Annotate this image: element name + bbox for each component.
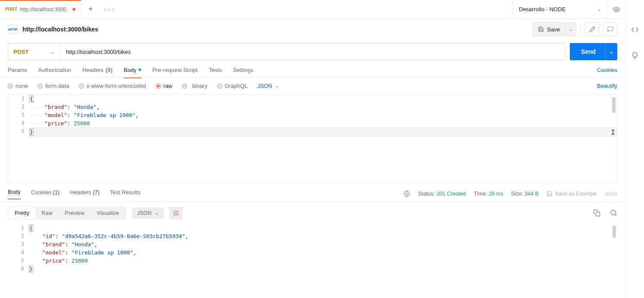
response-tab-cookies[interactable]: Cookies (1) xyxy=(31,189,60,199)
view-visualize[interactable]: Visualize xyxy=(91,207,125,219)
save-button[interactable]: Save xyxy=(532,22,565,36)
tab-body[interactable]: Body xyxy=(124,67,141,78)
view-pretty[interactable]: Pretty xyxy=(9,207,35,219)
save-icon xyxy=(547,191,553,197)
size-value: 344 B xyxy=(525,191,539,197)
url-input[interactable] xyxy=(60,43,565,60)
code-panel-button[interactable] xyxy=(631,26,639,34)
line-number: 1 xyxy=(8,224,29,232)
status-block[interactable]: Status: 201 Created xyxy=(418,191,466,197)
response-body-editor[interactable]: 1{ 2 "id": "d9a542a6-352c-4b59-8a6e-503c… xyxy=(8,224,617,280)
body-has-content-icon xyxy=(138,68,141,71)
code-line: } xyxy=(30,127,617,137)
chevron-down-icon: ⌄ xyxy=(275,83,279,89)
code-line: { xyxy=(29,224,617,232)
response-more-button[interactable]: ○○○ xyxy=(605,190,617,198)
tab-headers[interactable]: Headers (9) xyxy=(82,67,113,78)
comment-button[interactable] xyxy=(603,22,617,36)
resp-headers-count: (7) xyxy=(93,189,100,196)
environment-select[interactable]: Desarrollo - NODE ⌄ xyxy=(513,0,608,19)
tab-settings[interactable]: Settings xyxy=(233,67,253,78)
body-xwww[interactable]: x-www-form-urlencoded xyxy=(79,83,146,89)
copy-button[interactable] xyxy=(593,209,600,217)
save-label: Save xyxy=(547,26,560,33)
line-number: 3 xyxy=(8,240,29,248)
new-tab-button[interactable]: + xyxy=(81,0,100,19)
method-label: POST xyxy=(13,49,28,55)
cookies-link[interactable]: Cookies xyxy=(597,67,617,78)
environment-area: Desarrollo - NODE ⌄ xyxy=(512,0,625,19)
radio-icon xyxy=(38,84,43,89)
divider xyxy=(581,24,581,34)
time-block[interactable]: Time: 28 ms xyxy=(474,191,503,197)
more-icon: ○○○ xyxy=(104,6,116,12)
body-formdata[interactable]: form-data xyxy=(38,83,69,89)
url-row: POST ⌄ Send ⌄ xyxy=(0,36,625,60)
radio-icon xyxy=(79,84,84,89)
globe-icon[interactable] xyxy=(403,190,410,197)
tab-method-label: POST xyxy=(5,7,17,12)
save-example-label: Save as Example xyxy=(555,191,597,197)
tab-prerequest[interactable]: Pre-request Script xyxy=(152,67,198,78)
comment-icon xyxy=(607,26,614,33)
svg-line-5 xyxy=(615,214,616,216)
request-bar: POST ⌄ xyxy=(8,43,565,60)
search-button[interactable] xyxy=(610,209,617,217)
line-number: 5 xyxy=(8,127,30,137)
send-options-button[interactable]: ⌄ xyxy=(605,43,617,60)
body-raw[interactable]: raw xyxy=(156,83,173,89)
response-lang-select[interactable]: JSON ⌄ xyxy=(132,208,164,219)
tab-title: http://localhost:3000, xyxy=(20,6,70,12)
code-line: "price": 25000 xyxy=(29,257,617,265)
cookies-count: (1) xyxy=(53,189,60,196)
time-value: 28 ms xyxy=(489,191,503,197)
response-actions xyxy=(593,209,617,217)
editor-scrollbar[interactable] xyxy=(612,97,616,113)
response-tab-headers[interactable]: Headers (7) xyxy=(70,189,100,199)
view-raw[interactable]: Raw xyxy=(35,207,59,219)
send-button[interactable]: Send ⌄ xyxy=(570,43,617,60)
beautify-link[interactable]: Beautify xyxy=(597,83,617,89)
save-icon xyxy=(538,26,544,32)
view-preview[interactable]: Preview xyxy=(59,207,91,219)
request-body-editor[interactable]: I 1{ 2····"brand": "Honda", 3····"model"… xyxy=(8,94,617,183)
method-select[interactable]: POST ⌄ xyxy=(8,43,60,60)
request-section-tabs: Params Authorization Headers (9) Body Pr… xyxy=(0,60,625,78)
tab-authorization[interactable]: Authorization xyxy=(38,67,71,78)
body-none[interactable]: none xyxy=(8,83,28,89)
body-binary[interactable]: binary xyxy=(182,83,207,89)
radio-icon xyxy=(8,84,13,89)
size-block[interactable]: Size: 344 B xyxy=(511,191,539,197)
tab-params[interactable]: Params xyxy=(8,67,27,78)
body-graphql[interactable]: GraphQL xyxy=(217,83,248,89)
edit-button[interactable] xyxy=(585,22,599,36)
header-actions: Save ⌄ xyxy=(532,22,617,36)
chevron-down-icon: ⌄ xyxy=(609,49,613,55)
response-meta: Status: 201 Created Time: 28 ms Size: 34… xyxy=(403,190,617,198)
copy-icon xyxy=(593,209,600,217)
save-example-button[interactable]: Save as Example xyxy=(547,191,597,197)
chevron-down-icon: ⌄ xyxy=(50,49,54,55)
line-number: 2 xyxy=(8,103,30,111)
tab-more-button[interactable]: ○○○ xyxy=(100,0,119,19)
editor-scrollbar[interactable] xyxy=(613,226,616,238)
search-icon xyxy=(610,209,617,217)
code-line: "brand": "Honda", xyxy=(29,240,617,248)
send-label: Send xyxy=(581,48,596,55)
request-header: HTTP http://localhost:3000/bikes Save ⌄ xyxy=(0,19,625,36)
request-tab[interactable]: POST http://localhost:3000, xyxy=(0,0,81,19)
body-format-select[interactable]: JSON ⌄ xyxy=(257,83,279,89)
code-line: "id": "d9a542a6-352c-4b59-8a6e-503cb27b5… xyxy=(29,232,617,240)
line-number: 1 xyxy=(8,95,30,103)
response-tab-test-results[interactable]: Test Results xyxy=(110,189,141,199)
tips-panel-button[interactable] xyxy=(631,52,639,59)
environment-quicklook-button[interactable] xyxy=(608,0,625,19)
radio-icon xyxy=(156,84,161,89)
wrap-lines-button[interactable] xyxy=(169,207,183,220)
response-tab-body[interactable]: Body xyxy=(8,189,21,199)
tab-tests[interactable]: Tests xyxy=(209,67,222,78)
save-options-button[interactable]: ⌄ xyxy=(565,22,576,36)
svg-point-4 xyxy=(611,210,616,215)
chevron-down-icon: ⌄ xyxy=(569,27,573,32)
code-line: ····"brand": "Honda", xyxy=(30,103,617,111)
